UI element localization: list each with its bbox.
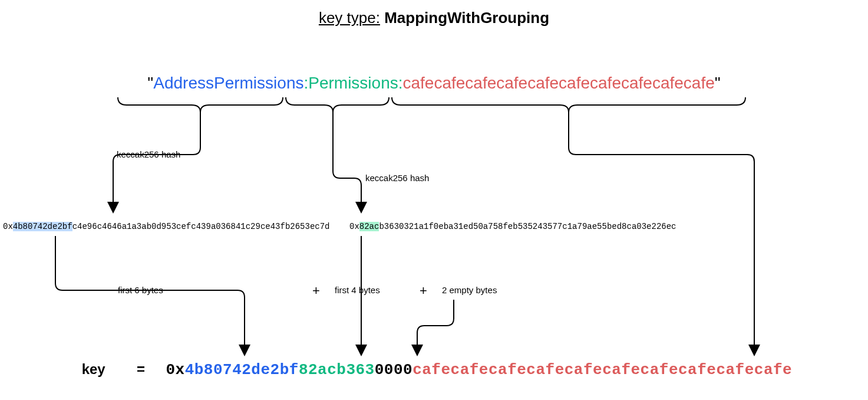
arrow-6 (417, 300, 454, 354)
result-prefix: 0x (166, 361, 184, 379)
hash2-highlight: 82ac (359, 222, 379, 231)
braces-svg (0, 0, 868, 400)
result-line: key = 0x4b80742de2bf82acb3630000cafecafe… (0, 361, 868, 379)
plus-2: + (420, 283, 427, 299)
hash2-rest: b3630321a1f0eba31ed50a758feb535243577c1a… (379, 222, 676, 231)
label-first4: first 4 bytes (335, 285, 380, 295)
result-part3: 0000 (375, 361, 412, 379)
hash1-rest: c4e96c4646a1a3ab0d953cefc439a036841c29ce… (72, 222, 330, 231)
result-equals: = (137, 361, 145, 377)
result-part1: 4b80742de2bf (185, 361, 299, 379)
label-empty2: 2 empty bytes (442, 285, 497, 295)
arrow-4 (55, 236, 245, 354)
label-hash1: keccak256 hash (117, 149, 180, 159)
hash1-prefix: 0x (3, 222, 13, 231)
brace-2 (286, 97, 389, 112)
brace-1 (118, 97, 283, 112)
arrow-3 (569, 112, 754, 354)
hash2-prefix: 0x (349, 222, 359, 231)
label-first6: first 6 bytes (118, 285, 163, 295)
hash2: 0x82acb3630321a1f0eba31ed50a758feb535243… (349, 222, 676, 231)
arrow-2 (333, 112, 361, 211)
arrow-1 (113, 112, 200, 211)
result-label: key (82, 361, 105, 377)
hash1-highlight: 4b80742de2bf (13, 222, 72, 231)
result-part2: 82acb363 (299, 361, 375, 379)
label-hash2: keccak256 hash (365, 173, 429, 183)
hash1: 0x4b80742de2bfc4e96c4646a1a3ab0d953cefc4… (3, 222, 330, 231)
brace-3 (392, 97, 745, 112)
plus-1: + (312, 283, 320, 299)
result-part4: cafecafecafecafecafecafecafecafecafecafe (412, 361, 792, 379)
